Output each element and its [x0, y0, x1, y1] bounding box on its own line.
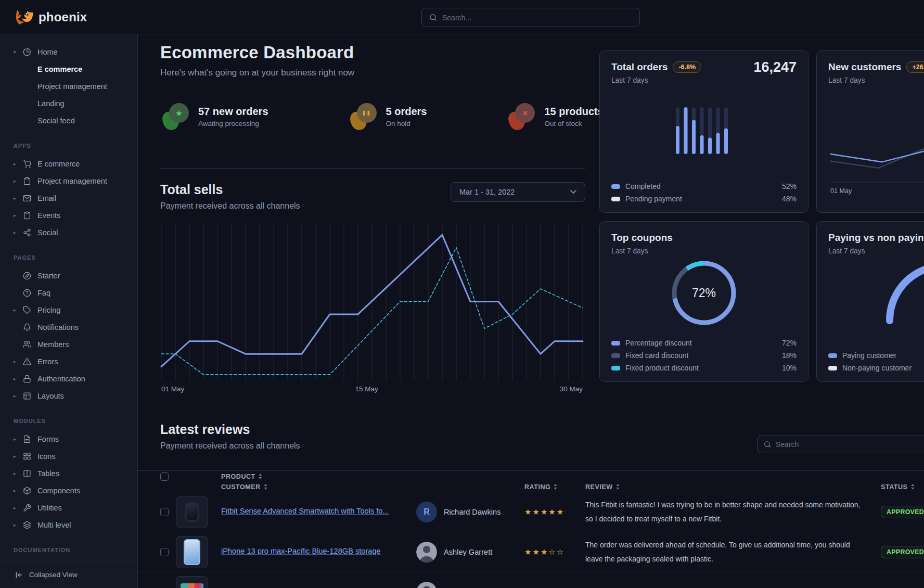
sidebar-item-label: Forms: [37, 435, 59, 443]
sidebar-item-faq[interactable]: Faq: [0, 284, 137, 301]
sidebar-item-label: Members: [37, 340, 69, 349]
sidebar-item-starter[interactable]: Starter: [0, 267, 137, 284]
orders-bar-chart: [675, 107, 733, 155]
on-hold-pause-icon: ❚❚: [351, 103, 377, 130]
sidebar-item-label: Pricing: [37, 306, 60, 314]
product-link[interactable]: iPhone 13 pro max-Pacific Blue-128GB sto…: [221, 547, 381, 555]
lock-icon: [23, 375, 37, 383]
sidebar-item-label: Tables: [37, 469, 59, 478]
sidebar-item-label: Home: [37, 48, 58, 56]
date-range-select[interactable]: Mar 1 - 31, 2022: [451, 182, 585, 202]
caret-down-icon: ▾: [14, 49, 23, 55]
sidebar-item-components[interactable]: ▸Components: [0, 482, 137, 499]
reviews-search[interactable]: [757, 436, 924, 453]
axis-label: 15 May: [355, 385, 378, 393]
stat-value: 5 orders: [386, 106, 427, 118]
sidebar-item-social[interactable]: ▸Social: [0, 224, 137, 241]
page-subtitle: Here's what's going on at your business …: [160, 68, 354, 78]
sidebar-item-events[interactable]: ▸Events: [0, 207, 137, 224]
sidebar-item-social-feed[interactable]: Social feed: [0, 112, 137, 129]
sidebar-item-forms[interactable]: ▸Forms: [0, 430, 137, 448]
sidebar-item-label: Landing: [37, 99, 65, 108]
sidebar-item-authentication[interactable]: ▸Authentication: [0, 370, 137, 387]
top-navbar: phoenix: [0, 0, 924, 34]
reviews-subtitle: Payment received across all channels: [160, 441, 300, 451]
sort-icon: [911, 484, 915, 490]
sidebar-item-icons[interactable]: ▸Icons: [0, 448, 137, 465]
legend-item: Non-paying customer: [828, 364, 924, 372]
column-header-product[interactable]: PRODUCT: [221, 473, 416, 480]
sidebar-item-label: Icons: [37, 452, 56, 461]
review-table-row[interactable]: Fitbit Sense Advanced Smartwatch with To…: [138, 492, 924, 532]
row-checkbox[interactable]: [160, 508, 169, 516]
donut-center-value: 72%: [669, 258, 739, 328]
product-image: [181, 583, 203, 588]
total-orders-value: 16,247: [753, 59, 797, 75]
sidebar-item-e-commerce[interactable]: ▸E commerce: [0, 155, 137, 172]
alert-triangle-icon: [23, 357, 37, 366]
sidebar-item-pricing[interactable]: ▸Pricing: [0, 301, 137, 318]
quick-stats-row: ★ 57 new orders Awating processing ❚❚ 5 …: [163, 103, 604, 130]
sidebar-item-members[interactable]: Members: [0, 336, 137, 353]
brand-logo[interactable]: phoenix: [16, 9, 87, 25]
tool-icon: [23, 504, 37, 512]
clipboard-icon: [23, 177, 37, 185]
product-link[interactable]: Fitbit Sense Advanced Smartwatch with To…: [221, 507, 389, 515]
cart-icon: [23, 160, 37, 168]
review-text: The order was delivered ahead of schedul…: [585, 538, 866, 567]
page-title: Ecommerce Dashboard: [160, 43, 354, 62]
review-table-row[interactable]: It's a Mac, after all. Once you've gone …: [138, 572, 924, 588]
mail-icon: [23, 194, 37, 202]
column-header-customer[interactable]: CUSTOMER: [221, 483, 416, 491]
card-period: Last 7 days: [611, 247, 797, 255]
global-search-input[interactable]: [442, 14, 632, 22]
select-all-checkbox[interactable]: [160, 472, 169, 481]
status-label: APPROVED: [887, 548, 924, 556]
review-table-row[interactable]: iPhone 13 pro max-Pacific Blue-128GB sto…: [138, 532, 924, 572]
axis-label: 01 May: [161, 385, 184, 393]
paying-gauge-chart: [877, 227, 924, 331]
grid-icon: [23, 452, 37, 461]
sidebar-item-errors[interactable]: ▸Errors: [0, 353, 137, 370]
sidebar-item-notifications[interactable]: Notifications: [0, 318, 137, 336]
column-header-rating[interactable]: RATING: [524, 483, 585, 491]
compass-icon: [23, 272, 37, 280]
sidebar-item-utilities[interactable]: ▸Utilities: [0, 499, 137, 516]
new-customers-card: New customers +26.5% Last 7 days 01 May: [816, 50, 924, 213]
sidebar-item-project-management[interactable]: ▸Project management: [0, 172, 137, 189]
sidebar-item-e-commerce[interactable]: E commerce: [0, 60, 137, 78]
review-text: It's a Mac, after all. Once you've gone …: [585, 585, 866, 588]
reviews-title: Latest reviews: [160, 422, 300, 437]
sidebar-item-multi-level[interactable]: ▸Multi level: [0, 516, 137, 533]
sidebar-item-landing[interactable]: Landing: [0, 95, 137, 112]
legend-swatch: [828, 353, 837, 358]
sidebar-item-home[interactable]: ▾Home: [0, 43, 137, 60]
sidebar-item-label: E commerce: [37, 160, 80, 168]
legend-value: 72%: [782, 339, 797, 347]
product-thumbnail-iphone: [176, 536, 208, 568]
row-checkbox[interactable]: [160, 548, 169, 556]
sidebar-item-layouts[interactable]: ▸Layouts: [0, 387, 137, 404]
reviews-table-body: Fitbit Sense Advanced Smartwatch with To…: [138, 492, 924, 588]
avatar: [416, 582, 437, 588]
sidebar-item-label: Authentication: [37, 375, 85, 383]
sidebar-item-label: Events: [37, 211, 60, 220]
caret-right-icon: ▸: [14, 505, 23, 510]
reviews-search-input[interactable]: [776, 440, 924, 449]
legend-label: Percentage discount: [625, 339, 692, 347]
column-header-status[interactable]: STATUS: [881, 483, 924, 491]
caret-right-icon: ▸: [14, 437, 23, 442]
stat-sub: On hold: [386, 120, 427, 127]
stat-sub: Out of stock: [544, 120, 603, 127]
legend-item: Paying customer: [828, 351, 924, 360]
legend-value: 52%: [782, 182, 797, 190]
column-header-review[interactable]: REVIEW: [585, 483, 881, 491]
sidebar-section-label: APPS: [0, 137, 137, 154]
stat-orders-on-hold: ❚❚ 5 orders On hold: [351, 103, 427, 130]
sidebar-item-tables[interactable]: ▸Tables: [0, 465, 137, 482]
legend-label: Fixed card discount: [625, 351, 688, 360]
collapsed-view-toggle[interactable]: Collapsed View: [0, 561, 138, 588]
sidebar-item-project-management[interactable]: Project management: [0, 78, 137, 95]
sidebar-item-email[interactable]: ▸Email: [0, 189, 137, 207]
global-search[interactable]: [421, 8, 640, 27]
